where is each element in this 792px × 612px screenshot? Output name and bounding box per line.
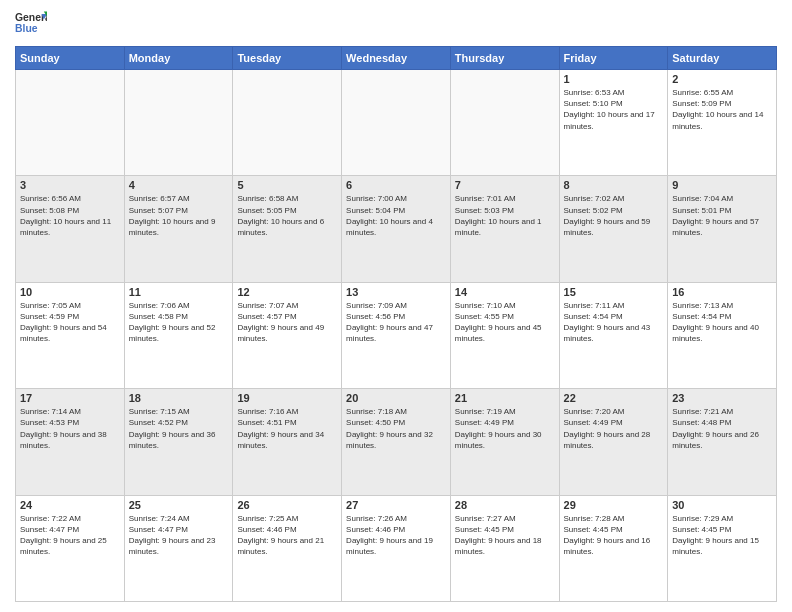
weekday-header-saturday: Saturday bbox=[668, 47, 777, 70]
day-info: Sunrise: 7:07 AMSunset: 4:57 PMDaylight:… bbox=[237, 300, 337, 345]
day-number: 1 bbox=[564, 73, 664, 85]
calendar-row-0: 1Sunrise: 6:53 AMSunset: 5:10 PMDaylight… bbox=[16, 70, 777, 176]
day-number: 6 bbox=[346, 179, 446, 191]
day-number: 21 bbox=[455, 392, 555, 404]
day-info: Sunrise: 7:29 AMSunset: 4:45 PMDaylight:… bbox=[672, 513, 772, 558]
day-number: 4 bbox=[129, 179, 229, 191]
calendar-row-1: 3Sunrise: 6:56 AMSunset: 5:08 PMDaylight… bbox=[16, 176, 777, 282]
calendar-cell: 28Sunrise: 7:27 AMSunset: 4:45 PMDayligh… bbox=[450, 495, 559, 601]
calendar-cell: 4Sunrise: 6:57 AMSunset: 5:07 PMDaylight… bbox=[124, 176, 233, 282]
day-number: 23 bbox=[672, 392, 772, 404]
calendar-cell: 8Sunrise: 7:02 AMSunset: 5:02 PMDaylight… bbox=[559, 176, 668, 282]
day-number: 14 bbox=[455, 286, 555, 298]
weekday-header-row: SundayMondayTuesdayWednesdayThursdayFrid… bbox=[16, 47, 777, 70]
calendar-cell: 7Sunrise: 7:01 AMSunset: 5:03 PMDaylight… bbox=[450, 176, 559, 282]
calendar-cell: 23Sunrise: 7:21 AMSunset: 4:48 PMDayligh… bbox=[668, 389, 777, 495]
day-number: 11 bbox=[129, 286, 229, 298]
calendar-cell: 21Sunrise: 7:19 AMSunset: 4:49 PMDayligh… bbox=[450, 389, 559, 495]
day-number: 8 bbox=[564, 179, 664, 191]
svg-text:General: General bbox=[15, 12, 47, 23]
calendar-cell bbox=[342, 70, 451, 176]
calendar-cell: 11Sunrise: 7:06 AMSunset: 4:58 PMDayligh… bbox=[124, 282, 233, 388]
calendar-table: SundayMondayTuesdayWednesdayThursdayFrid… bbox=[15, 46, 777, 602]
calendar-cell: 1Sunrise: 6:53 AMSunset: 5:10 PMDaylight… bbox=[559, 70, 668, 176]
day-info: Sunrise: 6:58 AMSunset: 5:05 PMDaylight:… bbox=[237, 193, 337, 238]
day-number: 12 bbox=[237, 286, 337, 298]
day-info: Sunrise: 7:21 AMSunset: 4:48 PMDaylight:… bbox=[672, 406, 772, 451]
day-number: 7 bbox=[455, 179, 555, 191]
weekday-header-sunday: Sunday bbox=[16, 47, 125, 70]
day-number: 19 bbox=[237, 392, 337, 404]
calendar-cell: 13Sunrise: 7:09 AMSunset: 4:56 PMDayligh… bbox=[342, 282, 451, 388]
calendar-cell: 29Sunrise: 7:28 AMSunset: 4:45 PMDayligh… bbox=[559, 495, 668, 601]
day-number: 27 bbox=[346, 499, 446, 511]
calendar-cell: 25Sunrise: 7:24 AMSunset: 4:47 PMDayligh… bbox=[124, 495, 233, 601]
logo: General Blue bbox=[15, 10, 47, 38]
calendar-cell: 5Sunrise: 6:58 AMSunset: 5:05 PMDaylight… bbox=[233, 176, 342, 282]
calendar-cell: 14Sunrise: 7:10 AMSunset: 4:55 PMDayligh… bbox=[450, 282, 559, 388]
day-info: Sunrise: 7:16 AMSunset: 4:51 PMDaylight:… bbox=[237, 406, 337, 451]
day-number: 25 bbox=[129, 499, 229, 511]
day-number: 13 bbox=[346, 286, 446, 298]
day-info: Sunrise: 7:10 AMSunset: 4:55 PMDaylight:… bbox=[455, 300, 555, 345]
day-number: 22 bbox=[564, 392, 664, 404]
day-info: Sunrise: 7:15 AMSunset: 4:52 PMDaylight:… bbox=[129, 406, 229, 451]
day-info: Sunrise: 7:24 AMSunset: 4:47 PMDaylight:… bbox=[129, 513, 229, 558]
calendar-cell: 19Sunrise: 7:16 AMSunset: 4:51 PMDayligh… bbox=[233, 389, 342, 495]
day-number: 9 bbox=[672, 179, 772, 191]
page: General Blue SundayMondayTuesdayWednesda… bbox=[0, 0, 792, 612]
day-info: Sunrise: 7:19 AMSunset: 4:49 PMDaylight:… bbox=[455, 406, 555, 451]
calendar-cell: 22Sunrise: 7:20 AMSunset: 4:49 PMDayligh… bbox=[559, 389, 668, 495]
day-info: Sunrise: 7:01 AMSunset: 5:03 PMDaylight:… bbox=[455, 193, 555, 238]
calendar-cell: 24Sunrise: 7:22 AMSunset: 4:47 PMDayligh… bbox=[16, 495, 125, 601]
calendar-cell: 27Sunrise: 7:26 AMSunset: 4:46 PMDayligh… bbox=[342, 495, 451, 601]
calendar-cell: 6Sunrise: 7:00 AMSunset: 5:04 PMDaylight… bbox=[342, 176, 451, 282]
calendar-cell: 18Sunrise: 7:15 AMSunset: 4:52 PMDayligh… bbox=[124, 389, 233, 495]
calendar-cell: 9Sunrise: 7:04 AMSunset: 5:01 PMDaylight… bbox=[668, 176, 777, 282]
day-info: Sunrise: 6:53 AMSunset: 5:10 PMDaylight:… bbox=[564, 87, 664, 132]
svg-text:Blue: Blue bbox=[15, 23, 38, 34]
day-number: 15 bbox=[564, 286, 664, 298]
calendar-cell: 20Sunrise: 7:18 AMSunset: 4:50 PMDayligh… bbox=[342, 389, 451, 495]
calendar-cell: 3Sunrise: 6:56 AMSunset: 5:08 PMDaylight… bbox=[16, 176, 125, 282]
calendar-cell: 15Sunrise: 7:11 AMSunset: 4:54 PMDayligh… bbox=[559, 282, 668, 388]
day-info: Sunrise: 6:56 AMSunset: 5:08 PMDaylight:… bbox=[20, 193, 120, 238]
calendar-cell bbox=[124, 70, 233, 176]
day-number: 2 bbox=[672, 73, 772, 85]
calendar-row-3: 17Sunrise: 7:14 AMSunset: 4:53 PMDayligh… bbox=[16, 389, 777, 495]
day-info: Sunrise: 7:06 AMSunset: 4:58 PMDaylight:… bbox=[129, 300, 229, 345]
day-number: 10 bbox=[20, 286, 120, 298]
weekday-header-wednesday: Wednesday bbox=[342, 47, 451, 70]
day-number: 26 bbox=[237, 499, 337, 511]
day-info: Sunrise: 6:57 AMSunset: 5:07 PMDaylight:… bbox=[129, 193, 229, 238]
calendar-cell: 26Sunrise: 7:25 AMSunset: 4:46 PMDayligh… bbox=[233, 495, 342, 601]
day-number: 3 bbox=[20, 179, 120, 191]
day-info: Sunrise: 7:28 AMSunset: 4:45 PMDaylight:… bbox=[564, 513, 664, 558]
day-number: 20 bbox=[346, 392, 446, 404]
day-number: 24 bbox=[20, 499, 120, 511]
day-number: 17 bbox=[20, 392, 120, 404]
day-number: 29 bbox=[564, 499, 664, 511]
day-info: Sunrise: 7:11 AMSunset: 4:54 PMDaylight:… bbox=[564, 300, 664, 345]
calendar-cell: 2Sunrise: 6:55 AMSunset: 5:09 PMDaylight… bbox=[668, 70, 777, 176]
calendar-row-4: 24Sunrise: 7:22 AMSunset: 4:47 PMDayligh… bbox=[16, 495, 777, 601]
calendar-cell bbox=[233, 70, 342, 176]
day-info: Sunrise: 7:27 AMSunset: 4:45 PMDaylight:… bbox=[455, 513, 555, 558]
calendar-cell: 16Sunrise: 7:13 AMSunset: 4:54 PMDayligh… bbox=[668, 282, 777, 388]
calendar-cell: 17Sunrise: 7:14 AMSunset: 4:53 PMDayligh… bbox=[16, 389, 125, 495]
day-info: Sunrise: 7:13 AMSunset: 4:54 PMDaylight:… bbox=[672, 300, 772, 345]
calendar-row-2: 10Sunrise: 7:05 AMSunset: 4:59 PMDayligh… bbox=[16, 282, 777, 388]
day-info: Sunrise: 7:18 AMSunset: 4:50 PMDaylight:… bbox=[346, 406, 446, 451]
day-number: 28 bbox=[455, 499, 555, 511]
calendar-cell: 12Sunrise: 7:07 AMSunset: 4:57 PMDayligh… bbox=[233, 282, 342, 388]
day-number: 5 bbox=[237, 179, 337, 191]
day-number: 16 bbox=[672, 286, 772, 298]
day-info: Sunrise: 7:04 AMSunset: 5:01 PMDaylight:… bbox=[672, 193, 772, 238]
day-info: Sunrise: 7:09 AMSunset: 4:56 PMDaylight:… bbox=[346, 300, 446, 345]
weekday-header-monday: Monday bbox=[124, 47, 233, 70]
day-info: Sunrise: 7:14 AMSunset: 4:53 PMDaylight:… bbox=[20, 406, 120, 451]
day-info: Sunrise: 7:20 AMSunset: 4:49 PMDaylight:… bbox=[564, 406, 664, 451]
calendar-cell bbox=[450, 70, 559, 176]
day-info: Sunrise: 7:26 AMSunset: 4:46 PMDaylight:… bbox=[346, 513, 446, 558]
logo-icon: General Blue bbox=[15, 10, 47, 38]
